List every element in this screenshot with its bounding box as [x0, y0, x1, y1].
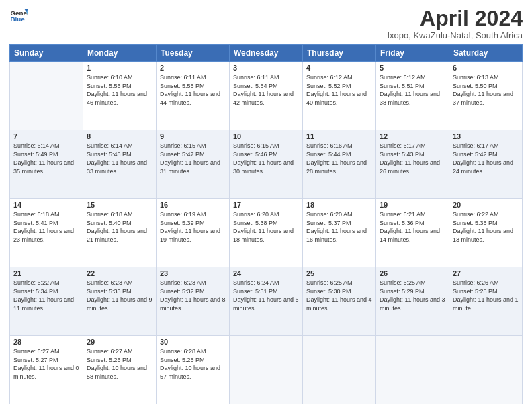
day-number: 18 — [306, 201, 372, 209]
table-row: 6Sunrise: 6:13 AMSunset: 5:50 PMDaylight… — [449, 62, 523, 130]
table-row — [449, 336, 523, 404]
calendar-header-row: Sunday Monday Tuesday Wednesday Thursday… — [10, 45, 523, 62]
table-row: 22Sunrise: 6:23 AMSunset: 5:33 PMDayligh… — [83, 267, 157, 336]
day-number: 7 — [13, 132, 79, 140]
day-number: 15 — [87, 201, 152, 209]
cell-info: Sunrise: 6:15 AMSunset: 5:46 PMDaylight:… — [233, 142, 299, 175]
calendar-week-row: 28Sunrise: 6:27 AMSunset: 5:27 PMDayligh… — [10, 336, 523, 404]
day-number: 26 — [380, 269, 445, 277]
calendar-week-row: 14Sunrise: 6:18 AMSunset: 5:41 PMDayligh… — [10, 199, 523, 267]
cell-info: Sunrise: 6:10 AMSunset: 5:56 PMDaylight:… — [87, 73, 152, 107]
day-number: 21 — [13, 269, 79, 277]
day-number: 11 — [306, 132, 372, 140]
table-row: 28Sunrise: 6:27 AMSunset: 5:27 PMDayligh… — [10, 336, 83, 404]
cell-info: Sunrise: 6:17 AMSunset: 5:42 PMDaylight:… — [453, 142, 519, 175]
table-row: 1Sunrise: 6:10 AMSunset: 5:56 PMDaylight… — [83, 62, 157, 130]
cell-info: Sunrise: 6:15 AMSunset: 5:47 PMDaylight:… — [160, 142, 226, 175]
day-number: 14 — [13, 201, 79, 209]
day-number: 29 — [87, 338, 152, 346]
cell-info: Sunrise: 6:12 AMSunset: 5:52 PMDaylight:… — [306, 73, 372, 107]
table-row: 23Sunrise: 6:23 AMSunset: 5:32 PMDayligh… — [157, 267, 230, 336]
table-row: 11Sunrise: 6:16 AMSunset: 5:44 PMDayligh… — [303, 130, 376, 199]
day-number: 25 — [306, 269, 372, 277]
cell-info: Sunrise: 6:14 AMSunset: 5:48 PMDaylight:… — [87, 142, 152, 175]
day-number: 30 — [160, 338, 226, 346]
weekday-friday: Friday — [376, 45, 449, 62]
table-row: 10Sunrise: 6:15 AMSunset: 5:46 PMDayligh… — [230, 130, 303, 199]
day-number: 20 — [453, 201, 519, 209]
table-row: 16Sunrise: 6:19 AMSunset: 5:39 PMDayligh… — [157, 199, 230, 267]
cell-info: Sunrise: 6:11 AMSunset: 5:54 PMDaylight:… — [233, 73, 299, 107]
cell-info: Sunrise: 6:25 AMSunset: 5:29 PMDaylight:… — [380, 279, 445, 312]
day-number: 13 — [453, 132, 519, 140]
cell-info: Sunrise: 6:20 AMSunset: 5:37 PMDaylight:… — [306, 210, 372, 244]
day-number: 6 — [453, 64, 519, 72]
day-number: 24 — [233, 269, 299, 277]
weekday-wednesday: Wednesday — [230, 45, 303, 62]
table-row: 8Sunrise: 6:14 AMSunset: 5:48 PMDaylight… — [83, 130, 157, 199]
cell-info: Sunrise: 6:21 AMSunset: 5:36 PMDaylight:… — [380, 210, 445, 244]
table-row: 9Sunrise: 6:15 AMSunset: 5:47 PMDaylight… — [157, 130, 230, 199]
day-number: 22 — [87, 269, 152, 277]
day-number: 2 — [160, 64, 226, 72]
calendar: Sunday Monday Tuesday Wednesday Thursday… — [9, 44, 523, 404]
table-row: 2Sunrise: 6:11 AMSunset: 5:55 PMDaylight… — [157, 62, 230, 130]
cell-info: Sunrise: 6:28 AMSunset: 5:25 PMDaylight:… — [160, 347, 226, 381]
table-row: 7Sunrise: 6:14 AMSunset: 5:49 PMDaylight… — [10, 130, 83, 199]
main-title: April 2024 — [387, 7, 523, 30]
table-row: 24Sunrise: 6:24 AMSunset: 5:31 PMDayligh… — [230, 267, 303, 336]
day-number: 4 — [306, 64, 372, 72]
table-row: 15Sunrise: 6:18 AMSunset: 5:40 PMDayligh… — [83, 199, 157, 267]
cell-info: Sunrise: 6:22 AMSunset: 5:35 PMDaylight:… — [453, 210, 519, 244]
table-row: 14Sunrise: 6:18 AMSunset: 5:41 PMDayligh… — [10, 199, 83, 267]
cell-info: Sunrise: 6:24 AMSunset: 5:31 PMDaylight:… — [233, 279, 299, 312]
table-row: 4Sunrise: 6:12 AMSunset: 5:52 PMDaylight… — [303, 62, 376, 130]
table-row: 20Sunrise: 6:22 AMSunset: 5:35 PMDayligh… — [449, 199, 523, 267]
subtitle: Ixopo, KwaZulu-Natal, South Africa — [387, 30, 523, 40]
table-row: 30Sunrise: 6:28 AMSunset: 5:25 PMDayligh… — [157, 336, 230, 404]
table-row: 17Sunrise: 6:20 AMSunset: 5:38 PMDayligh… — [230, 199, 303, 267]
cell-info: Sunrise: 6:18 AMSunset: 5:40 PMDaylight:… — [87, 210, 152, 244]
day-number: 8 — [87, 132, 152, 140]
day-number: 10 — [233, 132, 299, 140]
weekday-sunday: Sunday — [10, 45, 83, 62]
day-number: 28 — [13, 338, 79, 346]
cell-info: Sunrise: 6:19 AMSunset: 5:39 PMDaylight:… — [160, 210, 226, 244]
svg-text:Blue: Blue — [10, 15, 25, 23]
cell-info: Sunrise: 6:27 AMSunset: 5:26 PMDaylight:… — [87, 347, 152, 381]
day-number: 5 — [380, 64, 445, 72]
day-number: 12 — [380, 132, 445, 140]
calendar-week-row: 21Sunrise: 6:22 AMSunset: 5:34 PMDayligh… — [10, 267, 523, 336]
table-row: 29Sunrise: 6:27 AMSunset: 5:26 PMDayligh… — [83, 336, 157, 404]
header: General Blue April 2024 Ixopo, KwaZulu-N… — [9, 7, 523, 40]
cell-info: Sunrise: 6:11 AMSunset: 5:55 PMDaylight:… — [160, 73, 226, 107]
table-row: 27Sunrise: 6:26 AMSunset: 5:28 PMDayligh… — [449, 267, 523, 336]
table-row: 26Sunrise: 6:25 AMSunset: 5:29 PMDayligh… — [376, 267, 449, 336]
table-row: 12Sunrise: 6:17 AMSunset: 5:43 PMDayligh… — [376, 130, 449, 199]
table-row — [303, 336, 376, 404]
cell-info: Sunrise: 6:27 AMSunset: 5:27 PMDaylight:… — [13, 347, 79, 381]
cell-info: Sunrise: 6:20 AMSunset: 5:38 PMDaylight:… — [233, 210, 299, 244]
cell-info: Sunrise: 6:23 AMSunset: 5:32 PMDaylight:… — [160, 279, 226, 312]
cell-info: Sunrise: 6:26 AMSunset: 5:28 PMDaylight:… — [453, 279, 519, 312]
table-row: 3Sunrise: 6:11 AMSunset: 5:54 PMDaylight… — [230, 62, 303, 130]
title-block: April 2024 Ixopo, KwaZulu-Natal, South A… — [387, 7, 523, 40]
logo: General Blue — [9, 7, 28, 26]
cell-info: Sunrise: 6:17 AMSunset: 5:43 PMDaylight:… — [380, 142, 445, 175]
weekday-thursday: Thursday — [303, 45, 376, 62]
table-row — [230, 336, 303, 404]
day-number: 27 — [453, 269, 519, 277]
cell-info: Sunrise: 6:18 AMSunset: 5:41 PMDaylight:… — [13, 210, 79, 244]
day-number: 1 — [87, 64, 152, 72]
weekday-monday: Monday — [83, 45, 157, 62]
table-row: 18Sunrise: 6:20 AMSunset: 5:37 PMDayligh… — [303, 199, 376, 267]
table-row — [10, 62, 83, 130]
day-number: 3 — [233, 64, 299, 72]
calendar-week-row: 7Sunrise: 6:14 AMSunset: 5:49 PMDaylight… — [10, 130, 523, 199]
calendar-week-row: 1Sunrise: 6:10 AMSunset: 5:56 PMDaylight… — [10, 62, 523, 130]
cell-info: Sunrise: 6:12 AMSunset: 5:51 PMDaylight:… — [380, 73, 445, 107]
weekday-tuesday: Tuesday — [157, 45, 230, 62]
cell-info: Sunrise: 6:13 AMSunset: 5:50 PMDaylight:… — [453, 73, 519, 107]
table-row — [376, 336, 449, 404]
table-row: 13Sunrise: 6:17 AMSunset: 5:42 PMDayligh… — [449, 130, 523, 199]
